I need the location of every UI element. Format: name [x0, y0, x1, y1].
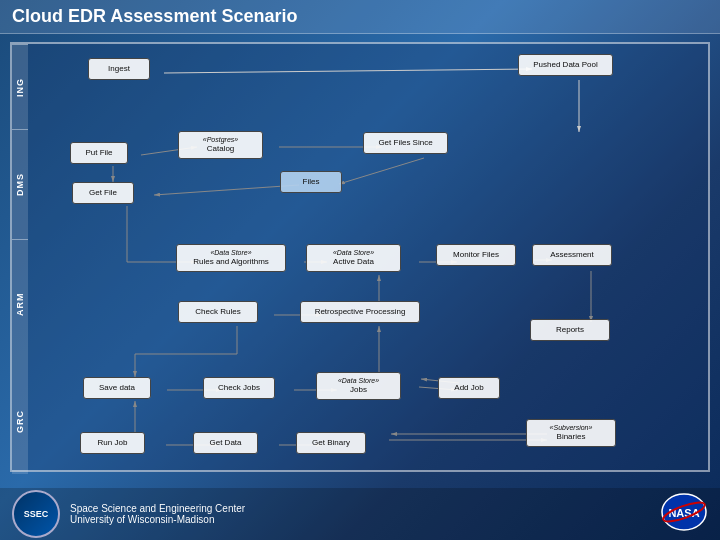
box-get-data: Get Data [193, 432, 258, 454]
footer: SSEC Space Science and Engineering Cente… [0, 488, 720, 540]
box-ingest: Ingest [88, 58, 150, 80]
label-grc: GRC [12, 369, 28, 474]
box-pushed-data-pool-label: Pushed Data Pool [533, 60, 598, 70]
box-run-job: Run Job [80, 432, 145, 454]
box-binaries-stereotype: «Subversion» [550, 424, 593, 432]
box-files-label: Files [303, 177, 320, 187]
footer-line2: University of Wisconsin-Madison [70, 514, 660, 525]
box-check-rules-label: Check Rules [195, 307, 240, 317]
box-files: Files [280, 171, 342, 193]
box-monitor-files-label: Monitor Files [453, 250, 499, 260]
svg-line-7 [154, 185, 299, 195]
label-arm: ARM [12, 239, 28, 369]
ssec-label: SSEC [24, 509, 49, 519]
ssec-logo: SSEC [12, 490, 60, 538]
box-pushed-data-pool: Pushed Data Pool [518, 54, 613, 76]
box-add-job: Add Job [438, 377, 500, 399]
box-check-jobs-label: Check Jobs [218, 383, 260, 393]
svg-line-2 [164, 69, 532, 73]
box-jobs-label: Jobs [350, 385, 367, 395]
box-catalog-stereotype: «Postgres» [203, 136, 238, 144]
page-title: Cloud EDR Assessment Scenario [12, 6, 297, 26]
box-get-file: Get File [72, 182, 134, 204]
box-save-data: Save data [83, 377, 151, 399]
box-active-data-label: Active Data [333, 257, 374, 267]
box-get-binary-label: Get Binary [312, 438, 350, 448]
box-get-binary: Get Binary [296, 432, 366, 454]
box-check-rules: Check Rules [178, 301, 258, 323]
box-rules-stereotype: «Data Store» [210, 249, 251, 257]
box-get-data-label: Get Data [209, 438, 241, 448]
ssec-circle: SSEC [12, 490, 60, 538]
box-put-file: Put File [70, 142, 128, 164]
box-active-data: «Data Store» Active Data [306, 244, 401, 272]
footer-line1: Space Science and Engineering Center [70, 503, 660, 514]
box-binaries-label: Binaries [557, 432, 586, 442]
box-binaries: «Subversion» Binaries [526, 419, 616, 447]
box-get-files-since-label: Get Files Since [378, 138, 432, 148]
box-assessment-label: Assessment [550, 250, 594, 260]
box-rules-label: Rules and Algorithms [193, 257, 269, 267]
box-jobs-stereotype: «Data Store» [338, 377, 379, 385]
box-jobs: «Data Store» Jobs [316, 372, 401, 400]
nasa-logo: NASA [660, 492, 708, 536]
label-dms: DMS [12, 129, 28, 239]
box-rules-algo: «Data Store» Rules and Algorithms [176, 244, 286, 272]
box-check-jobs: Check Jobs [203, 377, 275, 399]
box-assessment: Assessment [532, 244, 612, 266]
box-put-file-label: Put File [85, 148, 112, 158]
box-catalog: «Postgres» Catalog [178, 131, 263, 159]
box-catalog-label: Catalog [207, 144, 235, 154]
box-add-job-label: Add Job [454, 383, 483, 393]
box-reports: Reports [530, 319, 610, 341]
diagram-area: ING DMS ARM GRC [10, 42, 710, 472]
box-retro-proc: Retrospective Processing [300, 301, 420, 323]
box-active-data-stereotype: «Data Store» [333, 249, 374, 257]
svg-line-6 [339, 158, 424, 184]
box-retro-proc-label: Retrospective Processing [315, 307, 406, 317]
box-get-file-label: Get File [89, 188, 117, 198]
label-ing: ING [12, 44, 28, 129]
box-reports-label: Reports [556, 325, 584, 335]
nasa-logo-svg: NASA [660, 492, 708, 532]
box-ingest-label: Ingest [108, 64, 130, 74]
title-bar: Cloud EDR Assessment Scenario [0, 0, 720, 34]
box-run-job-label: Run Job [98, 438, 128, 448]
box-get-files-since: Get Files Since [363, 132, 448, 154]
box-monitor-files: Monitor Files [436, 244, 516, 266]
box-save-data-label: Save data [99, 383, 135, 393]
footer-text: Space Science and Engineering Center Uni… [70, 503, 660, 525]
